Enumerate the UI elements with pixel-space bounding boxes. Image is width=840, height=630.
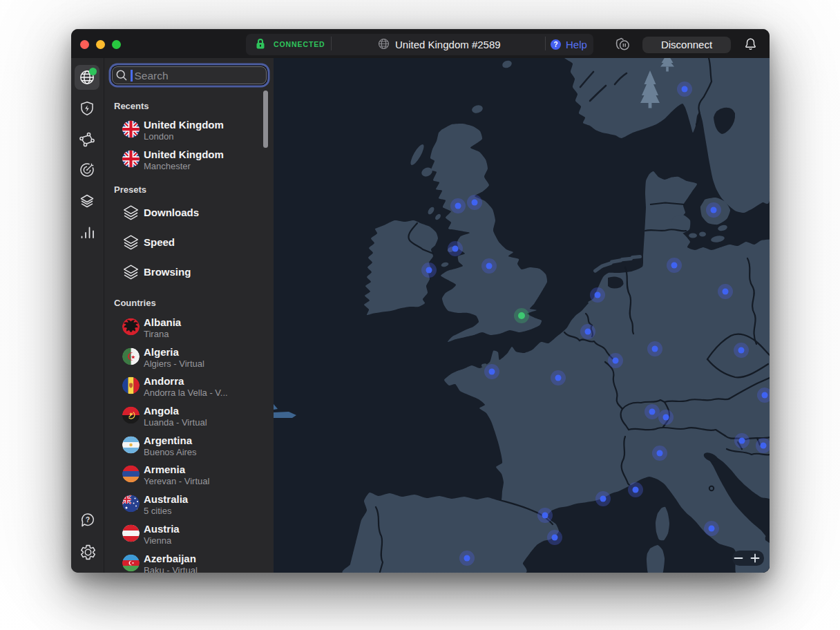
svg-text:?: ? xyxy=(86,515,90,524)
